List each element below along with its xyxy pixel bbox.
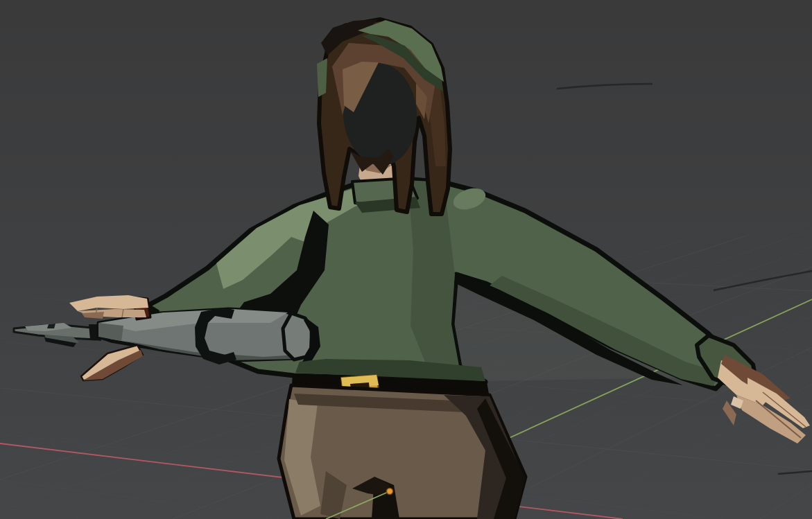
object-origin-marker[interactable] (387, 489, 393, 495)
headband-left-patch[interactable] (317, 58, 327, 97)
origin-dot[interactable] (387, 489, 393, 495)
blender-3d-viewport[interactable] (0, 0, 812, 519)
viewport-canvas[interactable] (0, 0, 812, 519)
